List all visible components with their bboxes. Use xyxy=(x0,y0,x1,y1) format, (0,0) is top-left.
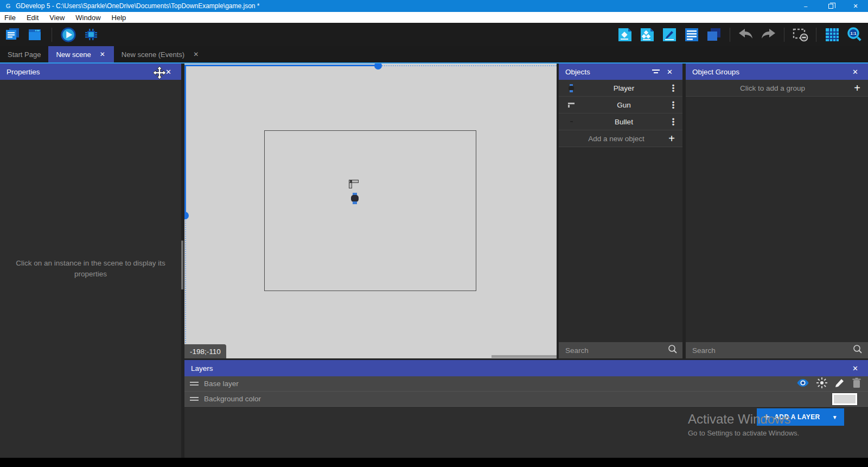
restore-button[interactable] xyxy=(818,0,843,12)
add-object-row[interactable]: Add a new object + xyxy=(559,130,682,147)
tab-label: New scene (Events) xyxy=(122,51,184,59)
layer-effects-icon[interactable] xyxy=(816,377,828,390)
toolbar-separator xyxy=(52,28,52,42)
resize-handle-left[interactable] xyxy=(184,212,189,219)
redo-icon[interactable] xyxy=(760,27,776,43)
project-manager-icon[interactable] xyxy=(4,27,21,43)
add-object-label: Add a new object xyxy=(559,135,661,143)
tab-start-page[interactable]: Start Page xyxy=(0,46,48,62)
tab-new-scene-events[interactable]: New scene (Events) ✕ xyxy=(114,46,207,62)
properties-panel: Properties ✕ Click on an instance in the… xyxy=(0,64,181,458)
properties-empty-message: Click on an instance in the scene to dis… xyxy=(8,258,174,280)
layer-delete-icon[interactable] xyxy=(852,377,861,390)
tab-label: New scene xyxy=(56,51,91,59)
panel-title: Properties xyxy=(7,68,40,76)
window-title: GDevelop 5 - C:\Users\Sparkle\OneDrive\D… xyxy=(16,2,260,10)
search-icon xyxy=(853,344,863,356)
menu-help[interactable]: Help xyxy=(106,12,132,23)
tab-close-icon[interactable]: ✕ xyxy=(192,51,200,58)
clear-selection-icon[interactable] xyxy=(792,27,808,43)
layers-editor-icon[interactable] xyxy=(706,27,722,43)
player-object-icon xyxy=(559,84,584,92)
scene-window-border-top xyxy=(184,65,378,66)
close-button[interactable]: ✕ xyxy=(843,0,868,12)
layers-panel-header: Layers ✕ xyxy=(184,360,868,376)
objects-search-input[interactable] xyxy=(559,346,668,355)
layer-name: Background color xyxy=(204,395,832,403)
vertical-scrollbar[interactable] xyxy=(181,241,183,289)
scene-window-border-top-dotted xyxy=(378,65,557,66)
objects-editor-icon[interactable] xyxy=(617,27,633,43)
menu-window[interactable]: Window xyxy=(70,12,106,23)
object-menu-icon[interactable]: ••• xyxy=(664,84,682,92)
minimize-button[interactable]: – xyxy=(793,0,818,12)
grid-icon[interactable] xyxy=(824,27,840,43)
gun-object-icon xyxy=(559,102,584,108)
horizontal-scrollbar[interactable] xyxy=(492,355,557,358)
drag-handle-icon[interactable] xyxy=(184,382,204,386)
title-bar: G GDevelop 5 - C:\Users\Sparkle\OneDrive… xyxy=(0,0,868,12)
object-menu-icon[interactable]: ••• xyxy=(664,101,682,109)
object-name: Bullet xyxy=(584,118,664,126)
scene-canvas[interactable]: -198;-110 xyxy=(184,64,557,358)
object-name: Gun xyxy=(584,101,664,109)
search-icon xyxy=(668,344,678,356)
tab-close-icon[interactable]: ✕ xyxy=(99,51,106,58)
chevron-down-icon[interactable]: ▼ xyxy=(832,414,838,420)
object-row-player[interactable]: Player ••• xyxy=(559,80,682,97)
object-row-bullet[interactable]: Bullet ••• xyxy=(559,113,682,130)
play-preview-icon[interactable] xyxy=(60,27,76,43)
resize-handle-top[interactable] xyxy=(374,64,382,70)
add-group-plus-icon[interactable]: + xyxy=(846,82,868,94)
add-object-plus-icon[interactable]: + xyxy=(661,132,682,145)
toolbar-separator xyxy=(784,28,784,42)
object-groups-close-icon[interactable]: ✕ xyxy=(849,68,861,76)
background-color-swatch[interactable] xyxy=(832,393,857,405)
menu-edit[interactable]: Edit xyxy=(21,12,44,23)
layer-visibility-icon[interactable] xyxy=(796,378,809,389)
drag-handle-icon[interactable] xyxy=(184,397,204,401)
instances-list-icon[interactable] xyxy=(684,27,700,43)
scene-window-border-left xyxy=(184,65,186,216)
layer-row-base[interactable]: Base layer xyxy=(184,376,868,392)
layers-close-icon[interactable]: ✕ xyxy=(849,364,861,373)
object-menu-icon[interactable]: ••• xyxy=(664,118,682,126)
filter-icon[interactable] xyxy=(648,68,663,75)
scene-properties-icon[interactable] xyxy=(661,27,678,43)
object-name: Player xyxy=(584,84,664,92)
scene-window-border-left-dotted xyxy=(185,216,186,358)
gun-grip xyxy=(349,182,352,188)
undo-icon[interactable] xyxy=(738,27,754,43)
add-group-row[interactable]: Click to add a group + xyxy=(686,80,868,97)
menu-bar: File Edit View Window Help xyxy=(0,12,868,23)
move-cursor-icon xyxy=(153,66,166,79)
object-row-gun[interactable]: Gun ••• xyxy=(559,97,682,113)
objects-close-icon[interactable]: ✕ xyxy=(663,68,676,76)
zoom-original-icon[interactable]: 1:1 xyxy=(846,27,863,43)
watermark-title: Activate Windows xyxy=(688,412,799,427)
groups-search-input[interactable] xyxy=(686,346,853,355)
window-controls: – ✕ xyxy=(793,0,868,12)
scene-bounds-rectangle xyxy=(264,130,476,291)
start-page-icon[interactable] xyxy=(27,27,43,43)
gun-instance[interactable] xyxy=(349,180,359,188)
layer-edit-icon[interactable] xyxy=(834,377,845,390)
object-groups-panel-header: Object Groups ✕ xyxy=(686,64,868,80)
gdevelop-logo-icon: G xyxy=(4,2,12,10)
toolbar-separator xyxy=(816,28,816,42)
app-window: G GDevelop 5 - C:\Users\Sparkle\OneDrive… xyxy=(0,0,868,467)
tab-new-scene[interactable]: New scene ✕ xyxy=(48,46,113,62)
player-instance[interactable] xyxy=(351,193,359,204)
menu-view[interactable]: View xyxy=(44,12,70,23)
debug-icon[interactable] xyxy=(83,27,99,43)
layer-row-background[interactable]: Background color xyxy=(184,392,868,407)
tab-label: Start Page xyxy=(8,51,41,59)
tab-bar: Start Page New scene ✕ New scene (Events… xyxy=(0,46,868,64)
object-groups-editor-icon[interactable] xyxy=(639,27,655,43)
svg-text:1:1: 1:1 xyxy=(851,31,857,36)
layer-name: Base layer xyxy=(204,380,796,388)
object-groups-panel: Object Groups ✕ Click to add a group + xyxy=(686,64,868,358)
menu-file[interactable]: File xyxy=(0,12,21,23)
panel-title: Layers xyxy=(191,364,213,373)
restore-icon xyxy=(828,4,833,9)
